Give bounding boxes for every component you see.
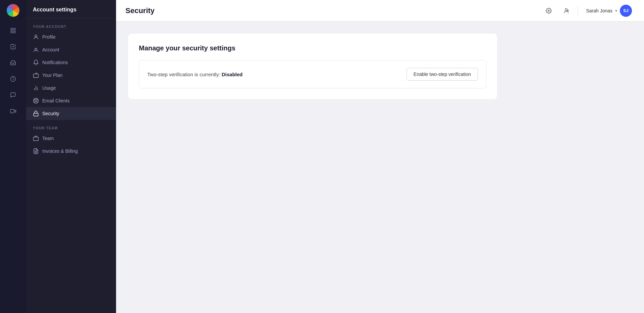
team-icon <box>33 135 39 141</box>
svg-rect-6 <box>10 109 14 113</box>
sidebar-security-label: Security <box>42 111 59 116</box>
chevron-down-icon: ▾ <box>615 8 617 13</box>
sidebar-item-account[interactable]: Account <box>26 43 116 56</box>
sidebar-item-profile[interactable]: Profile <box>26 31 116 43</box>
sidebar-account-label: Account <box>42 47 59 52</box>
svg-marker-5 <box>14 110 16 113</box>
checklist-icon[interactable] <box>6 40 20 54</box>
topbar-divider <box>578 6 578 15</box>
clock-icon[interactable] <box>6 72 20 86</box>
svg-point-26 <box>565 8 567 10</box>
security-icon <box>33 110 39 117</box>
sidebar-item-notifications[interactable]: Notifications <box>26 56 116 69</box>
your-account-label: YOUR ACCOUNT <box>26 18 116 31</box>
profile-icon <box>33 34 39 40</box>
person-add-icon <box>563 8 569 14</box>
usage-icon <box>33 85 39 91</box>
two-step-verification-row: Two-step verification is currently: Disa… <box>139 60 486 88</box>
svg-line-19 <box>34 101 35 102</box>
icon-rail <box>0 0 26 313</box>
settings-icon-button[interactable] <box>543 5 555 17</box>
svg-line-18 <box>37 99 38 100</box>
sidebar-invoices-label: Invoices & Billing <box>42 148 78 154</box>
notifications-icon <box>33 59 39 65</box>
sidebar-usage-label: Usage <box>42 85 56 91</box>
svg-rect-21 <box>34 137 39 141</box>
topbar: Security Sarah Jonas ▾ SJ <box>116 0 644 21</box>
invoices-icon <box>33 148 39 154</box>
svg-rect-20 <box>34 113 38 116</box>
app-logo[interactable] <box>7 4 19 17</box>
sidebar-item-email-clients[interactable]: Email Clients <box>26 94 116 107</box>
sidebar-email-clients-label: Email Clients <box>42 98 70 103</box>
svg-point-25 <box>548 10 550 11</box>
sidebar-team-label: Team <box>42 136 54 141</box>
user-menu[interactable]: Sarah Jonas ▾ SJ <box>583 3 635 18</box>
page-title: Security <box>125 6 543 15</box>
sidebar-item-usage[interactable]: Usage <box>26 82 116 94</box>
sidebar-plan-label: Your Plan <box>42 73 62 78</box>
chat-icon[interactable] <box>6 88 20 102</box>
svg-point-8 <box>35 48 37 50</box>
svg-rect-3 <box>14 31 15 33</box>
security-card-title: Manage your security settings <box>139 44 486 52</box>
svg-line-16 <box>37 101 38 102</box>
svg-rect-0 <box>11 28 12 30</box>
sidebar-profile-label: Profile <box>42 34 56 40</box>
sidebar-item-invoices[interactable]: Invoices & Billing <box>26 145 116 158</box>
sidebar-header: Account settings <box>26 0 116 18</box>
avatar: SJ <box>620 5 632 17</box>
svg-rect-1 <box>14 28 15 30</box>
sidebar-item-security[interactable]: Security <box>26 107 116 120</box>
security-card: Manage your security settings Two-step v… <box>128 34 497 99</box>
verification-prefix: Two-step verification is currently: <box>147 72 220 77</box>
svg-rect-2 <box>11 31 12 33</box>
main-content: Security Sarah Jonas ▾ SJ Manage your se… <box>116 0 644 313</box>
person-add-icon-button[interactable] <box>560 5 572 17</box>
svg-rect-9 <box>34 74 39 78</box>
topbar-actions: Sarah Jonas ▾ SJ <box>543 3 635 18</box>
svg-line-15 <box>34 99 35 100</box>
gear-icon <box>546 8 552 14</box>
verification-status: Disabled <box>222 72 243 77</box>
svg-point-7 <box>35 35 37 37</box>
account-icon <box>33 47 39 53</box>
content-area: Manage your security settings Two-step v… <box>116 21 644 313</box>
email-clients-icon <box>33 98 39 104</box>
verification-status-text: Two-step verification is currently: Disa… <box>147 72 243 77</box>
sidebar-item-your-plan[interactable]: Your Plan <box>26 69 116 82</box>
sidebar-item-team[interactable]: Team <box>26 132 116 145</box>
grid-icon[interactable] <box>6 24 20 38</box>
your-team-label: YOUR TEAM <box>26 120 116 132</box>
enable-two-step-button[interactable]: Enable two-step verification <box>407 68 478 81</box>
username: Sarah Jonas <box>586 8 612 13</box>
sidebar-notifications-label: Notifications <box>42 60 68 65</box>
plan-icon <box>33 72 39 78</box>
sidebar: Account settings YOUR ACCOUNT Profile Ac… <box>26 0 116 313</box>
video-icon[interactable] <box>6 104 20 118</box>
inbox-icon[interactable] <box>6 56 20 70</box>
